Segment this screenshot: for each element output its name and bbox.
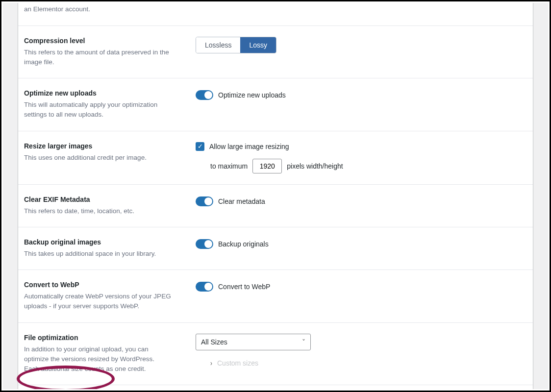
exif-toggle-label: Clear metadata	[218, 197, 265, 205]
resize-max-prefix: to maximum	[210, 162, 248, 170]
custom-sizes-link[interactable]: › Custom sizes	[210, 359, 524, 367]
advanced-actions-row: › Advanced actions	[18, 385, 533, 389]
optimize-uploads-toggle-label: Optimize new uploads	[218, 91, 286, 99]
webp-desc: Automatically create WebP versions of yo…	[24, 292, 171, 312]
allow-resize-label: Allow large image resizing	[209, 143, 289, 150]
optimize-uploads-toggle[interactable]	[196, 90, 213, 100]
resize-title: Resize larger images	[24, 142, 186, 150]
backup-toggle-label: Backup originals	[218, 240, 269, 248]
exif-title: Clear EXIF Metadata	[24, 196, 186, 203]
connect-row: To use Image Optimizer, first you need t…	[18, 3, 533, 26]
webp-title: Convert to WebP	[24, 281, 186, 289]
resize-row: Resize larger images This uses one addit…	[18, 131, 533, 185]
compression-option-lossless[interactable]: Lossless	[196, 37, 240, 53]
compression-title: Compression level	[24, 37, 186, 45]
optimize-uploads-title: Optimize new uploads	[24, 89, 186, 97]
backup-desc: This takes up additional space in your l…	[24, 249, 171, 259]
allow-resize-checkbox[interactable]: ✓	[196, 142, 204, 151]
compression-option-lossy[interactable]: Lossy	[240, 37, 276, 53]
webp-toggle[interactable]	[196, 282, 213, 292]
resize-max-suffix: pixels width/height	[287, 162, 343, 170]
file-opt-select[interactable]: All Sizes	[196, 334, 311, 350]
exif-row: Clear EXIF Metadata This refers to date,…	[18, 185, 533, 227]
resize-desc: This uses one additional credit per imag…	[24, 153, 171, 163]
file-opt-desc: In addition to your original upload, you…	[24, 344, 171, 374]
exif-toggle[interactable]	[196, 196, 213, 206]
backup-toggle[interactable]	[196, 239, 213, 249]
backup-row: Backup original images This takes up add…	[18, 227, 533, 270]
optimize-uploads-desc: This will automatically apply your optim…	[24, 100, 171, 120]
connect-desc: To use Image Optimizer, first you need t…	[24, 3, 171, 15]
compression-row: Compression level This refers to the amo…	[18, 26, 533, 79]
optimize-uploads-row: Optimize new uploads This will automatic…	[18, 78, 533, 131]
chevron-right-icon: ›	[210, 359, 212, 367]
webp-toggle-label: Convert to WebP	[218, 283, 270, 291]
webp-row: Convert to WebP Automatically create Web…	[18, 270, 533, 323]
compression-desc: This refers to the amount of data preser…	[24, 48, 171, 68]
exif-desc: This refers to date, time, location, etc…	[24, 206, 171, 216]
file-opt-row: File optimization In addition to your or…	[18, 323, 533, 385]
backup-title: Backup original images	[24, 238, 186, 246]
resize-max-input[interactable]	[252, 159, 282, 173]
file-opt-select-value: All Sizes	[201, 338, 227, 346]
file-opt-title: File optimization	[24, 334, 186, 342]
settings-panel: To use Image Optimizer, first you need t…	[18, 3, 533, 389]
compression-segment: Lossless Lossy	[196, 37, 276, 53]
